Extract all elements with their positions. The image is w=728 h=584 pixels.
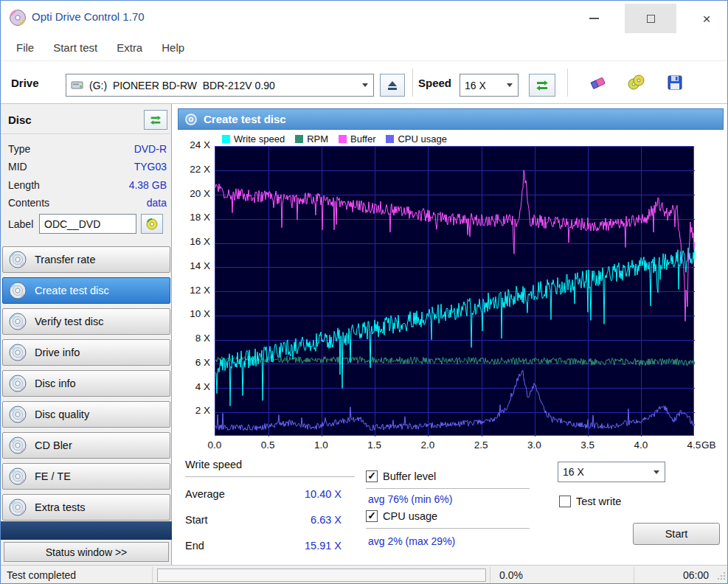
minimize-button[interactable] — [575, 4, 613, 33]
check-mark-icon: ✓ — [367, 510, 376, 521]
buffer-level-label: Buffer level — [383, 470, 436, 482]
app-window: Opti Drive Control 1.70 × FileStart test… — [0, 0, 728, 584]
eject-button[interactable] — [380, 74, 405, 97]
check-mark-icon: ✓ — [367, 470, 376, 481]
buffer-level-checkbox[interactable]: ✓ Buffer level — [366, 470, 436, 482]
chart-plot-area — [215, 146, 694, 436]
menu-item-extra[interactable]: Extra — [107, 41, 152, 54]
drive-info-icon — [8, 343, 27, 362]
label-disc-icon — [145, 218, 159, 231]
drive-label: Drive — [11, 77, 39, 89]
sidebar-item-verify-test-disc[interactable]: Verify test disc — [2, 308, 170, 335]
resize-grip-icon[interactable] — [717, 570, 726, 583]
divider — [152, 567, 153, 584]
divider — [1, 133, 172, 134]
sidebar-item-label: Drive info — [35, 347, 80, 358]
result-value-average: 10.40 X — [260, 488, 342, 500]
y-tick-label: 22 X — [172, 164, 210, 175]
drive-select[interactable]: (G:) PIONEER BD-RW BDR-212V 0.90 — [66, 74, 374, 97]
close-button[interactable]: × — [685, 4, 728, 33]
toolbar: Drive (G:) PIONEER BD-RW BDR-212V 0.90 S… — [1, 61, 727, 104]
y-tick-label: 24 X — [172, 139, 210, 150]
x-tick-label: 1.5 — [360, 439, 389, 451]
start-button[interactable]: Start — [633, 523, 720, 545]
disc-info-row: TypeDVD-R — [1, 143, 172, 156]
progress-bar — [157, 569, 486, 582]
chart-legend: Write speedRPMBufferCPU usage — [222, 133, 447, 145]
sidebar-item-label: FE / TE — [35, 470, 71, 482]
create-test-disc-icon — [8, 281, 27, 300]
save-button[interactable] — [659, 68, 691, 97]
x-tick-label: 2.5 — [466, 439, 496, 451]
legend-item-buffer: Buffer — [339, 133, 375, 145]
main-header: Create test disc — [178, 108, 724, 130]
divider — [366, 488, 530, 489]
disc-panel-title: Disc — [8, 114, 32, 126]
sidebar-item-label: CD Bler — [35, 439, 72, 451]
legend-label: Buffer — [350, 133, 375, 145]
y-tick-label: 12 X — [172, 285, 210, 296]
checkbox-box[interactable]: ✓ — [366, 470, 378, 482]
drive-select-value: (G:) PIONEER BD-RW BDR-212V 0.90 — [85, 80, 357, 91]
y-tick-label: 4 X — [172, 381, 210, 392]
y-tick-label: 10 X — [172, 308, 210, 319]
disc-panel: Disc TypeDVD-RMIDTYG03Length4.38 GBConte… — [1, 104, 172, 565]
y-tick-label: 16 X — [172, 236, 210, 247]
test-write-checkbox[interactable]: Test write — [559, 496, 621, 507]
cpu-stats: avg 2% (max 29%) — [368, 535, 455, 547]
menu-item-start-test[interactable]: Start test — [44, 41, 107, 54]
status-window-button[interactable]: Status window >> — [4, 542, 169, 562]
x-tick-label: 2.0 — [413, 439, 443, 451]
cpu-usage-label: CPU usage — [383, 510, 437, 522]
legend-swatch — [295, 135, 303, 143]
statusbar: Test completed 0.0% 06:00 — [1, 565, 727, 584]
menu-item-file[interactable]: File — [7, 41, 44, 54]
eraser-icon — [589, 73, 608, 92]
elapsed-time: 06:00 — [683, 569, 709, 581]
label-input[interactable] — [39, 214, 136, 234]
legend-item-cpu-usage: CPU usage — [386, 133, 446, 145]
maximize-button[interactable] — [625, 4, 676, 33]
maximize-icon — [647, 15, 655, 23]
refresh-button[interactable] — [529, 74, 555, 97]
discs-button[interactable] — [620, 68, 653, 97]
menubar: FileStart testExtraHelp — [1, 35, 727, 61]
disc-info-icon — [8, 374, 27, 393]
result-label-start: Start — [185, 514, 208, 526]
sidebar-item-fe-te[interactable]: FE / TE — [2, 463, 170, 490]
speed-select-value: 16 X — [460, 80, 502, 91]
info-label: Type — [8, 143, 30, 155]
status-window-label: Status window >> — [46, 546, 128, 558]
legend-label: RPM — [307, 133, 328, 145]
chart-svg — [215, 147, 695, 437]
sidebar-item-label: Disc info — [35, 378, 76, 389]
sidebar-item-drive-info[interactable]: Drive info — [2, 339, 170, 366]
info-value: DVD-R — [134, 143, 167, 155]
status-text: Test completed — [7, 569, 76, 581]
sidebar-item-create-test-disc[interactable]: Create test disc — [2, 277, 170, 304]
label-disc-button[interactable] — [141, 214, 163, 234]
sidebar-item-transfer-rate[interactable]: Transfer rate — [2, 246, 170, 273]
sidebar-item-disc-info[interactable]: Disc info — [2, 370, 170, 397]
info-label: Contents — [8, 197, 49, 209]
info-value: TYG03 — [134, 161, 167, 173]
sidebar-item-disc-quality[interactable]: Disc quality — [2, 401, 170, 428]
result-label-end: End — [185, 540, 204, 552]
disc-refresh-button[interactable] — [144, 110, 167, 130]
speed-select[interactable]: 16 X — [460, 74, 519, 97]
erase-disc-button[interactable] — [582, 68, 614, 97]
write-speed-select[interactable]: 16 X — [558, 462, 665, 482]
sidebar-item-cd-bler[interactable]: CD Bler — [2, 432, 170, 459]
divider — [185, 476, 355, 477]
x-tick-label: 0.0 — [200, 439, 229, 451]
legend-swatch — [222, 135, 230, 143]
menu-item-help[interactable]: Help — [152, 41, 194, 54]
series-write-speed — [215, 247, 695, 406]
y-tick-label: 18 X — [172, 212, 210, 223]
legend-swatch — [339, 135, 347, 143]
checkbox-box[interactable] — [559, 496, 571, 507]
sidebar-item-extra-tests[interactable]: Extra tests — [2, 494, 170, 521]
extra-tests-icon — [8, 498, 27, 517]
checkbox-box[interactable]: ✓ — [366, 510, 378, 522]
cpu-usage-checkbox[interactable]: ✓ CPU usage — [366, 510, 437, 522]
